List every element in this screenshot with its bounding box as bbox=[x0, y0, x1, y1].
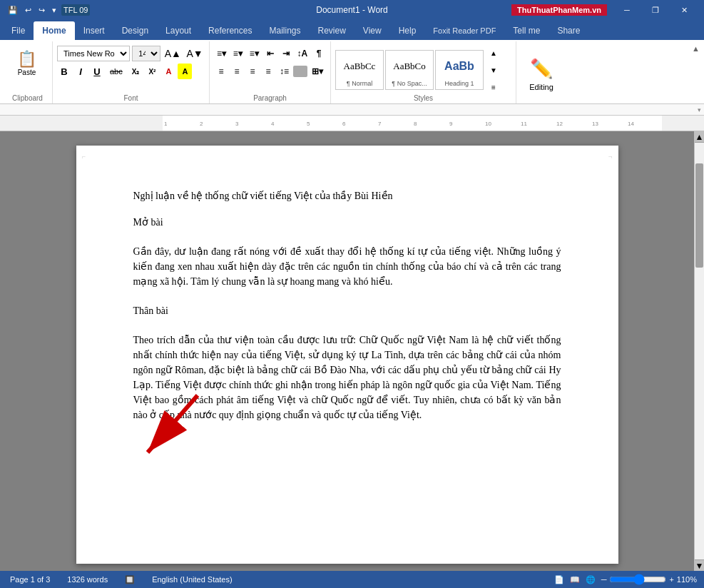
increase-indent-button[interactable]: ⇥ bbox=[279, 46, 293, 61]
font-row2: B I U abc X₂ X² A A bbox=[57, 64, 205, 79]
tab-design[interactable]: Design bbox=[113, 21, 157, 40]
underline-button[interactable]: U bbox=[90, 64, 104, 79]
ribbon-collapse-button[interactable]: ▲ bbox=[692, 44, 700, 53]
page-info[interactable]: Page 1 of 3 bbox=[7, 574, 53, 585]
font-family-select[interactable]: Times New Ro bbox=[57, 46, 130, 61]
minimize-button[interactable]: ─ bbox=[613, 0, 641, 20]
styles-more-button[interactable]: ≡ bbox=[486, 79, 501, 95]
show-marks-button[interactable]: ¶ bbox=[312, 46, 326, 61]
ribbon-collapse-bar: ▾ bbox=[0, 104, 704, 116]
save-icon[interactable]: 💾 bbox=[6, 4, 20, 16]
style-heading1-preview: AaBb bbox=[442, 53, 477, 80]
paste-button[interactable]: 📋 Paste bbox=[7, 44, 46, 83]
font-grow-button[interactable]: A▲ bbox=[163, 46, 183, 61]
quick-access-toolbar: 💾 ↩ ↪ ▾ TFL 09 bbox=[6, 4, 96, 16]
sort-button[interactable]: ↕A bbox=[295, 46, 310, 61]
zoom-out-button[interactable]: ─ bbox=[601, 575, 607, 584]
scroll-thumb[interactable] bbox=[695, 163, 703, 268]
editing-group: ✏️ Editing bbox=[516, 41, 566, 103]
svg-text:1: 1 bbox=[164, 121, 168, 127]
styles-up-button[interactable]: ▲ bbox=[486, 45, 501, 61]
document-area[interactable]: ⌐ ¬ Nghị luận về hệ thống chữ viết tiếng… bbox=[0, 131, 694, 571]
tab-review[interactable]: Review bbox=[309, 21, 354, 40]
main-area: ⌐ ¬ Nghị luận về hệ thống chữ viết tiếng… bbox=[0, 131, 704, 571]
scroll-down-button[interactable]: ▼ bbox=[695, 559, 705, 571]
tab-references[interactable]: References bbox=[200, 21, 260, 40]
align-left-button[interactable]: ≡ bbox=[214, 64, 228, 79]
clipboard-label: Clipboard bbox=[3, 94, 52, 102]
view-web-icon[interactable]: 🌐 bbox=[586, 575, 596, 584]
styles-down-button[interactable]: ▼ bbox=[486, 62, 501, 78]
tab-home[interactable]: Home bbox=[34, 21, 74, 40]
tab-file[interactable]: File bbox=[3, 21, 34, 40]
customize-icon[interactable]: ▾ bbox=[50, 4, 58, 16]
shading-button[interactable] bbox=[293, 66, 307, 77]
bold-button[interactable]: B bbox=[57, 64, 71, 79]
align-center-button[interactable]: ≡ bbox=[230, 64, 244, 79]
line-spacing-button[interactable]: ↕≡ bbox=[277, 64, 292, 79]
highlight-button[interactable]: A bbox=[178, 64, 192, 79]
word-count[interactable]: 1326 words bbox=[64, 574, 111, 585]
style-normal[interactable]: AaBbCc ¶ Normal bbox=[335, 50, 384, 90]
ruler-inner: 1 2 3 4 5 6 7 8 9 10 11 12 13 14 bbox=[163, 116, 662, 131]
subscript-button[interactable]: X₂ bbox=[128, 64, 143, 79]
styles-container: AaBbCc ¶ Normal AaBbCo ¶ No Spac... AaBb… bbox=[335, 43, 501, 95]
close-button[interactable]: ✕ bbox=[670, 0, 698, 20]
tab-foxit[interactable]: Foxit Reader PDF bbox=[424, 21, 504, 40]
font-shrink-button[interactable]: A▼ bbox=[185, 46, 205, 61]
section-title-mo-bai: Mở bài bbox=[133, 215, 561, 230]
undo-icon[interactable]: ↩ bbox=[23, 4, 34, 16]
redo-icon[interactable]: ↪ bbox=[36, 4, 47, 16]
svg-text:2: 2 bbox=[200, 121, 203, 127]
tab-view[interactable]: View bbox=[354, 21, 390, 40]
track-changes-icon[interactable]: 🔲 bbox=[122, 574, 138, 586]
borders-button[interactable]: ⊞▾ bbox=[309, 64, 326, 79]
vertical-scrollbar[interactable]: ▲ ▼ bbox=[694, 131, 704, 571]
svg-text:14: 14 bbox=[628, 121, 634, 127]
paragraph-1: Gần đây, dư luận đang rất nóng với đề xu… bbox=[133, 244, 561, 289]
font-size-select[interactable]: 14 bbox=[132, 46, 160, 61]
tfl-badge: TFL 09 bbox=[61, 4, 90, 16]
tab-insert[interactable]: Insert bbox=[75, 21, 113, 40]
tab-tellme[interactable]: Tell me bbox=[504, 21, 549, 40]
strikethrough-button[interactable]: abc bbox=[106, 64, 126, 79]
paste-icon: 📋 bbox=[17, 51, 36, 67]
tab-help[interactable]: Help bbox=[390, 21, 425, 40]
style-nospacing-preview: AaBbCo bbox=[392, 53, 427, 80]
style-no-spacing[interactable]: AaBbCo ¶ No Spac... bbox=[385, 50, 434, 90]
tab-layout[interactable]: Layout bbox=[157, 21, 200, 40]
bullets-button[interactable]: ≡▾ bbox=[214, 46, 229, 61]
scroll-up-button[interactable]: ▲ bbox=[695, 131, 705, 143]
justify-button[interactable]: ≡ bbox=[261, 64, 275, 79]
decrease-indent-button[interactable]: ⇤ bbox=[263, 46, 277, 61]
document-page[interactable]: ⌐ ¬ Nghị luận về hệ thống chữ viết tiếng… bbox=[76, 146, 618, 564]
zoom-percent: 110% bbox=[677, 575, 697, 584]
collapse-icon[interactable]: ▾ bbox=[698, 106, 701, 113]
section-title-than-bai: Thân bài bbox=[133, 303, 561, 318]
tab-share[interactable]: Share bbox=[549, 21, 588, 40]
restore-button[interactable]: ❐ bbox=[641, 0, 670, 20]
view-read-icon[interactable]: 📖 bbox=[570, 575, 580, 584]
italic-button[interactable]: I bbox=[73, 64, 88, 79]
language[interactable]: English (United States) bbox=[149, 574, 235, 585]
svg-text:3: 3 bbox=[235, 121, 239, 127]
multilevel-button[interactable]: ≡▾ bbox=[247, 46, 262, 61]
align-right-button[interactable]: ≡ bbox=[245, 64, 260, 79]
styles-group: AaBbCc ¶ Normal AaBbCo ¶ No Spac... AaBb… bbox=[331, 41, 516, 103]
svg-text:4: 4 bbox=[271, 121, 275, 127]
zoom-controls: ─ + 110% bbox=[601, 574, 697, 585]
zoom-slider[interactable] bbox=[609, 574, 666, 585]
superscript-button[interactable]: X² bbox=[145, 64, 159, 79]
font-group: Times New Ro 14 A▲ A▼ B I U abc X₂ X² A … bbox=[53, 41, 210, 103]
numbering-button[interactable]: ≡▾ bbox=[230, 46, 245, 61]
font-color-button[interactable]: A bbox=[161, 64, 175, 79]
svg-text:11: 11 bbox=[521, 121, 527, 127]
svg-text:9: 9 bbox=[449, 121, 453, 127]
style-nospacing-label: ¶ No Spac... bbox=[392, 80, 427, 87]
zoom-in-button[interactable]: + bbox=[669, 575, 673, 584]
style-heading1[interactable]: AaBb Heading 1 bbox=[435, 50, 484, 90]
svg-text:12: 12 bbox=[556, 121, 563, 127]
editing-icon: ✏️ bbox=[530, 58, 553, 80]
tab-mailings[interactable]: Mailings bbox=[260, 21, 309, 40]
view-print-icon[interactable]: 📄 bbox=[554, 575, 564, 584]
